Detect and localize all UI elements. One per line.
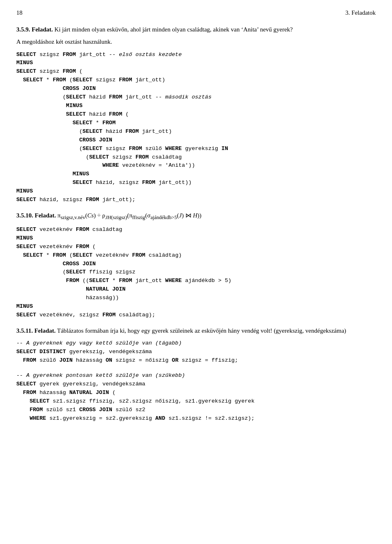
heading-label-2: 3.5.10. Feladat. xyxy=(16,212,56,219)
section-3-5-11: 3.5.11. Feladat. Táblázatos formában írj… xyxy=(16,326,376,423)
heading-label-3: 3.5.11. Feladat. xyxy=(16,327,56,334)
code-block-3-5-10: SELECT vezetéknév FROM családtag MINUS S… xyxy=(16,226,376,320)
section-3-5-9: 3.5.9. Feladat. Ki járt minden olyan esk… xyxy=(16,25,376,205)
section-3-5-10-heading: 3.5.10. Feladat. πszigsz,v.név(Cs) ÷ ρJH… xyxy=(16,211,376,222)
math-formula: πszigsz,v.név(Cs) ÷ ρJH(szigsz)(πffiszig… xyxy=(58,212,201,219)
code-block-3-5-9: SELECT szigsz FROM járt_ott -- első oszt… xyxy=(16,51,376,205)
page-container: 18 3. Feladatok 3.5.9. Feladat. Ki járt … xyxy=(16,8,376,423)
section-3-5-11-heading: 3.5.11. Feladat. Táblázatos formában írj… xyxy=(16,326,376,336)
section-3-5-9-heading: 3.5.9. Feladat. Ki járt minden olyan esk… xyxy=(16,25,376,34)
section-3-5-9-note: A megoldáshoz két osztást használunk. xyxy=(16,37,376,47)
page-number: 18 xyxy=(16,8,22,18)
heading-label: 3.5.9. Feladat. xyxy=(16,26,53,33)
code-comment-2: -- A gyereknek pontosan kettő szülője va… xyxy=(16,372,376,423)
code-comment-1: -- A gyereknek egy vagy kettő szülője va… xyxy=(16,339,376,365)
page-header: 18 3. Feladatok xyxy=(16,8,376,18)
chapter-title: 3. Feladatok xyxy=(345,8,376,18)
section-3-5-10: 3.5.10. Feladat. πszigsz,v.név(Cs) ÷ ρJH… xyxy=(16,211,376,320)
